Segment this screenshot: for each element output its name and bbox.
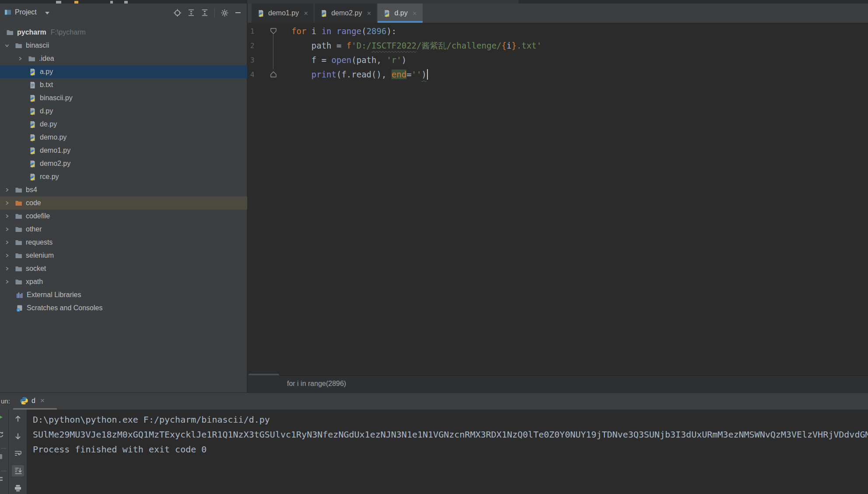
tree-item-rce-py[interactable]: rce.py: [0, 170, 247, 183]
chevron-right-icon[interactable]: [4, 187, 10, 193]
tab-label: d.py: [394, 9, 407, 17]
gutter-line-number[interactable]: 2: [250, 39, 261, 53]
tree-item-bs4[interactable]: bs4: [0, 183, 247, 196]
chevron-right-icon[interactable]: [4, 214, 10, 219]
tree-item-a-py[interactable]: a.py: [0, 65, 247, 78]
console-tab-close-icon[interactable]: ×: [40, 396, 45, 405]
python-file-icon: [29, 173, 36, 181]
chevron-right-icon[interactable]: [4, 227, 10, 232]
tree-item-label: binascii.py: [40, 94, 73, 102]
tree-item-scratches-and-consoles[interactable]: Scratches and Consoles: [0, 301, 247, 315]
print-button[interactable]: [12, 483, 24, 494]
tree-item-path: F:\pycharm: [51, 28, 86, 36]
tree-item-requests[interactable]: requests: [0, 236, 247, 249]
tree-item-demo2-py[interactable]: demo2.py: [0, 157, 247, 170]
chevron-right-icon[interactable]: [4, 240, 10, 245]
expand-all-button[interactable]: [187, 9, 195, 17]
soft-wrap-button[interactable]: [12, 448, 24, 459]
folder-icon: [15, 42, 22, 49]
tab-demo1-py[interactable]: demo1.py×: [252, 4, 314, 23]
gutter-line-number[interactable]: 1: [250, 24, 261, 39]
tree-item-external-libraries[interactable]: External Libraries: [0, 288, 247, 301]
folder-icon: [15, 213, 22, 220]
tree-item-other[interactable]: other: [0, 223, 247, 236]
stop-button[interactable]: [0, 453, 3, 461]
tree-item-label: codefile: [26, 212, 50, 220]
run-console-panel: un: d ×: [0, 392, 868, 494]
tree-item-label: de.py: [40, 120, 57, 128]
project-panel: Project pycharmF:\pycharmbinascii.ideaa.…: [0, 4, 247, 392]
tree-item-binascii[interactable]: binascii: [0, 39, 247, 52]
chevron-down-icon[interactable]: [45, 12, 49, 14]
python-file-icon: [29, 134, 36, 141]
chevron-right-icon[interactable]: [4, 279, 10, 284]
python-file-icon: [257, 10, 265, 17]
tree-item-pycharm[interactable]: pycharmF:\pycharm: [0, 26, 247, 39]
refresh-icon[interactable]: [0, 431, 4, 439]
chevron-down-icon[interactable]: [4, 43, 10, 48]
python-file-icon: [29, 95, 36, 102]
chevron-right-icon[interactable]: [4, 253, 10, 258]
tree-item-label: pycharm: [17, 28, 46, 36]
project-panel-title[interactable]: Project: [15, 8, 37, 16]
tab-d-py[interactable]: d.py×: [378, 4, 422, 23]
console-toolbar: [9, 410, 27, 494]
tree-item-label: demo2.py: [40, 160, 70, 168]
close-icon[interactable]: ×: [413, 10, 417, 17]
editor-code-area[interactable]: 1for i in range(2896):2 path = f'D:/ISCT…: [248, 23, 868, 375]
collapse-all-button[interactable]: [201, 9, 209, 17]
console-output-line: D:\python\python.exe F:/pycharm/binascii…: [33, 412, 868, 427]
console-tab-label[interactable]: d: [32, 397, 35, 405]
window-top-sliver: [0, 0, 868, 4]
tree-item-demo1-py[interactable]: demo1.py: [0, 144, 247, 157]
tree-item-label: binascii: [26, 42, 49, 49]
tree-item-binascii-py[interactable]: binascii.py: [0, 91, 247, 105]
gutter-line-number[interactable]: 3: [250, 53, 261, 67]
tree-item-codefile[interactable]: codefile: [0, 210, 247, 223]
chevron-right-icon[interactable]: [18, 56, 23, 61]
scroll-to-end-button[interactable]: [12, 465, 24, 476]
tree-item-socket[interactable]: socket: [0, 262, 247, 275]
locate-file-button[interactable]: [173, 9, 182, 17]
tree-item-label: requests: [26, 238, 52, 246]
tree-item-d-py[interactable]: d.py: [0, 105, 247, 118]
project-panel-header: Project: [0, 4, 247, 22]
tree-item-label: demo1.py: [40, 147, 70, 154]
fold-marker-end-icon[interactable]: [270, 70, 277, 80]
tree-item-code[interactable]: code: [0, 196, 247, 210]
code-line-1: 1for i in range(2896):: [248, 24, 868, 39]
tab-demo2-py[interactable]: demo2.py×: [315, 4, 377, 23]
folder-icon: [6, 29, 14, 36]
tree-item-label: Scratches and Consoles: [27, 304, 102, 312]
settings-gear-button[interactable]: [220, 9, 229, 17]
tree-item-label: .idea: [39, 55, 54, 63]
chevron-right-icon[interactable]: [4, 200, 10, 206]
tree-item-demo-py[interactable]: demo.py: [0, 131, 247, 144]
tree-item-selenium[interactable]: selenium: [0, 249, 247, 262]
code-text: path = f'D:/ISCTF2022/酱紫乱/challenge/{i}.…: [291, 39, 542, 53]
project-tree: pycharmF:\pycharmbinascii.ideaa.pyb.txtb…: [0, 26, 247, 315]
arrow-down-button[interactable]: [12, 431, 24, 442]
close-icon[interactable]: ×: [304, 10, 308, 17]
tree-item-xpath[interactable]: xpath: [0, 275, 247, 288]
console-output[interactable]: D:\python\python.exe F:/pycharm/binascii…: [27, 410, 868, 494]
project-tool-window-icon: [4, 9, 11, 18]
tree-item-b-txt[interactable]: b.txt: [0, 78, 247, 91]
tabstrip-top-band: [247, 0, 518, 4]
rerun-button[interactable]: [0, 414, 4, 422]
gutter-line-number[interactable]: 4: [250, 67, 261, 82]
console-output-line: Process finished with exit code 0: [33, 442, 868, 457]
context-breadcrumb[interactable]: for i in range(2896): [287, 380, 346, 388]
python-file-icon: [29, 160, 36, 168]
restore-layout-icon[interactable]: [0, 476, 3, 484]
close-icon[interactable]: ×: [367, 10, 371, 17]
arrow-up-button[interactable]: [12, 413, 24, 424]
console-output-line: SUlMe29MU3VJe18zM0xGQ1MzTExycklJe1R1Q1Nz…: [33, 427, 868, 442]
fold-marker-start-icon[interactable]: [270, 27, 277, 37]
tree-item-de-py[interactable]: de.py: [0, 118, 247, 131]
tree-item-label: selenium: [26, 252, 54, 259]
tree-item-label: socket: [26, 265, 46, 273]
tree-item-idea[interactable]: .idea: [0, 52, 247, 65]
hide-panel-button[interactable]: [234, 9, 242, 16]
chevron-right-icon[interactable]: [4, 266, 10, 271]
